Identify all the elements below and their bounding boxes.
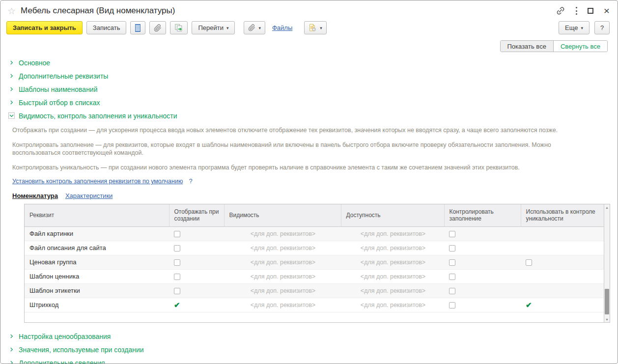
column-header[interactable]: Реквизит: [25, 204, 169, 226]
control-fill-cell: [444, 226, 521, 241]
tab-active[interactable]: Номенклатура: [12, 192, 58, 199]
maximize-icon[interactable]: [588, 8, 593, 14]
attach-file-dropdown[interactable]: ▾: [244, 21, 265, 34]
chevron-down-icon: ▾: [258, 26, 261, 30]
favorite-star-icon[interactable]: ☆: [7, 6, 16, 16]
description-paragraph: Контролировать заполнение — для реквизит…: [12, 141, 618, 157]
collapse-all-button[interactable]: Свернуть все: [554, 41, 607, 52]
column-header[interactable]: Видимость: [224, 204, 341, 226]
visibility-section-body: Отображать при создании — для ускорения …: [0, 122, 618, 326]
window-menu-icon[interactable]: [576, 6, 577, 16]
table-row[interactable]: Ценовая группа<для доп. реквизитов><для …: [25, 255, 604, 269]
paragraph-line: воспользоваться соответствующей командой…: [12, 149, 618, 157]
placeholder-text: <для доп. реквизитов>: [229, 287, 337, 294]
copy-pages-icon: [174, 24, 183, 32]
placeholder-text: <для доп. реквизитов>: [346, 259, 440, 266]
help-button[interactable]: ?: [594, 21, 610, 34]
more-label: Еще: [565, 24, 578, 31]
placeholder-text: <для доп. реквизитов>: [229, 259, 337, 266]
goto-label: Перейти: [198, 24, 224, 31]
files-link[interactable]: Файлы: [272, 24, 292, 31]
section-toggle[interactable]: Настройка ценообразования: [0, 330, 618, 343]
checkbox-unchecked[interactable]: [174, 274, 180, 280]
link-help-icon[interactable]: ?: [189, 178, 193, 185]
section-toggle[interactable]: Быстрый отбор в списках: [0, 96, 618, 109]
column-header[interactable]: Контролировать заполнение: [444, 204, 521, 226]
table-row[interactable]: Файл описания для сайта<для доп. реквизи…: [25, 241, 604, 255]
scroll-down-icon[interactable]: ▼: [604, 316, 610, 322]
section-toggle[interactable]: Дополнительные реквизиты: [0, 69, 618, 83]
save-button[interactable]: Записать: [86, 21, 127, 34]
section-toggle[interactable]: Значения, используемые при создании: [0, 343, 618, 356]
chevron-right-icon: [8, 99, 15, 106]
chevron-right-icon: [8, 86, 15, 92]
checkbox-unchecked[interactable]: [174, 288, 180, 294]
window-title: Мебель слесарная (Вид номенклатуры): [21, 6, 556, 16]
placeholder-text: <для доп. реквизитов>: [229, 273, 337, 280]
control-fill-cell: [444, 298, 521, 312]
section-title: Быстрый отбор в списках: [19, 99, 100, 107]
register-records-button[interactable]: [130, 21, 145, 34]
checkbox-unchecked[interactable]: [449, 259, 455, 266]
checkbox-unchecked[interactable]: [449, 274, 455, 280]
attribute-name-cell: Шаблон этикетки: [25, 283, 169, 298]
section-visibility-control[interactable]: Видимость, контроль заполнения и уникаль…: [0, 109, 618, 122]
placeholder-text: <для доп. реквизитов>: [346, 287, 440, 294]
availability-cell: <для доп. реквизитов>: [341, 298, 444, 312]
vertical-scrollbar[interactable]: ▲ ▼: [604, 204, 610, 322]
checkbox-checked[interactable]: ✔: [526, 301, 532, 309]
uniqueness-cell: [521, 269, 604, 283]
paragraph-line: Контролировать уникальность — при создан…: [12, 164, 618, 171]
checkbox-unchecked[interactable]: [449, 302, 455, 308]
save-and-close-button[interactable]: Записать и закрыть: [6, 21, 83, 34]
placeholder-text: <для доп. реквизитов>: [346, 230, 440, 237]
goto-dropdown[interactable]: Перейти ▾: [192, 21, 235, 34]
chevron-right-icon: [8, 360, 15, 364]
sections-bottom: Настройка ценообразованияЗначения, испол…: [0, 330, 618, 364]
description-paragraphs: Отображать при создании — для ускорения …: [12, 126, 618, 171]
copy-button[interactable]: [170, 21, 188, 34]
checkbox-unchecked[interactable]: [449, 245, 455, 252]
table-row[interactable]: Шаблон этикетки<для доп. реквизитов><для…: [25, 283, 604, 298]
checkbox-unchecked[interactable]: [174, 259, 180, 266]
checkbox-unchecked[interactable]: [174, 231, 180, 237]
close-icon[interactable]: ×: [604, 7, 610, 14]
chevron-right-icon: [8, 333, 15, 339]
file-clock-icon: [309, 24, 317, 32]
uniqueness-cell: [521, 241, 604, 255]
checkbox-checked[interactable]: ✔: [174, 301, 180, 309]
column-header[interactable]: Использовать в контроле уникальности: [521, 204, 604, 226]
checkbox-unchecked[interactable]: [526, 259, 532, 266]
attachments-button[interactable]: [149, 21, 166, 34]
scrollbar-thumb[interactable]: [605, 289, 609, 314]
section-toggle[interactable]: Шаблоны наименований: [0, 83, 618, 96]
column-header[interactable]: Отображать при создании: [169, 204, 224, 226]
checkbox-unchecked[interactable]: [174, 245, 180, 252]
column-header[interactable]: Доступность: [341, 204, 444, 226]
table-row[interactable]: Шаблон ценника<для доп. реквизитов><для …: [25, 269, 604, 283]
control-fill-cell: [444, 255, 521, 269]
uniqueness-cell: [521, 283, 604, 298]
list-icon: [135, 24, 140, 32]
paragraph-line: Контролировать заполнение — для реквизит…: [12, 141, 618, 149]
table-row[interactable]: Файл картинки<для доп. реквизитов><для д…: [25, 226, 604, 241]
checkbox-unchecked[interactable]: [449, 288, 455, 294]
file-history-dropdown[interactable]: ▾: [304, 21, 327, 34]
section-toggle[interactable]: Дополнительные сведения: [0, 356, 618, 364]
table-row[interactable]: Штрихкод✔<для доп. реквизитов><для доп. …: [25, 298, 604, 312]
toolbar: Записать и закрыть Записать Перейти ▾ ▾: [0, 17, 618, 37]
scroll-up-icon[interactable]: ▲: [604, 204, 610, 210]
chevron-down-icon: ▾: [581, 26, 583, 30]
visibility-cell: <для доп. реквизитов>: [224, 255, 341, 269]
placeholder-text: <для доп. реквизитов>: [229, 245, 337, 252]
sections-top: ОсновноеДополнительные реквизитыШаблоны …: [0, 56, 618, 109]
checkbox-unchecked[interactable]: [449, 231, 455, 237]
set-default-fill-control-link[interactable]: Установить контроль заполнения реквизито…: [12, 178, 183, 185]
show-all-button[interactable]: Показать все: [501, 41, 554, 52]
chevron-down-icon: ▾: [226, 26, 229, 30]
section-toggle[interactable]: Основное: [0, 56, 618, 69]
tab-link[interactable]: Характеристики: [65, 192, 112, 199]
more-dropdown[interactable]: Еще ▾: [559, 21, 590, 34]
title-bar: ☆ Мебель слесарная (Вид номенклатуры) ×: [0, 0, 618, 17]
get-link-icon[interactable]: [556, 6, 565, 16]
